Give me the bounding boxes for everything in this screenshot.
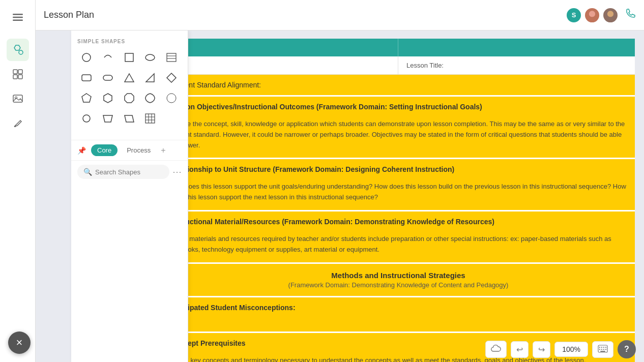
circle-outline-btn[interactable]	[162, 89, 181, 107]
main-area: Lesson Plan S	[36, 0, 644, 362]
date-label-cell: Date:	[162, 39, 398, 56]
svg-rect-49	[600, 351, 605, 352]
svg-marker-34	[125, 115, 134, 122]
hamburger-button[interactable]	[7, 6, 29, 28]
small-circle-btn[interactable]	[77, 109, 96, 128]
svg-rect-7	[13, 75, 17, 79]
section-methods-subtitle: (Framework Domain: Demonstrating Knowled…	[170, 281, 627, 289]
svg-rect-42	[601, 347, 602, 348]
svg-marker-24	[125, 74, 134, 82]
svg-rect-6	[18, 70, 22, 74]
section-methods: Methods and Instructional Strategies (Fr…	[162, 264, 635, 297]
image-tool-button[interactable]	[7, 87, 29, 110]
svg-marker-28	[104, 94, 112, 103]
avatar-p	[584, 7, 600, 23]
core-tab[interactable]: Core	[91, 144, 118, 156]
svg-point-12	[589, 11, 595, 17]
avatar-a	[602, 7, 619, 23]
empty-header-cell	[398, 39, 635, 56]
lesson-title-cell: Lesson Title:	[398, 56, 635, 74]
svg-point-13	[587, 17, 597, 23]
square-shape-btn[interactable]	[120, 48, 138, 67]
circle-shape-btn[interactable]	[77, 48, 96, 67]
trapezoid-shape-btn[interactable]	[99, 109, 117, 128]
search-input[interactable]	[95, 168, 163, 176]
hexagon-shape-btn[interactable]	[99, 89, 117, 107]
app-header: Lesson Plan S	[36, 0, 644, 31]
drawing-tool-button[interactable]	[7, 112, 29, 134]
search-icon: 🔍	[83, 168, 92, 176]
collaboration-avatars: S	[566, 7, 636, 23]
undo-button[interactable]: ↩	[511, 341, 529, 358]
keyboard-button[interactable]	[592, 341, 613, 358]
stadium-shape-btn[interactable]	[99, 69, 117, 87]
phone-button[interactable]	[625, 8, 636, 22]
svg-marker-26	[167, 73, 176, 82]
rounded-rect-btn[interactable]	[77, 69, 96, 87]
tab-add-button[interactable]: +	[161, 146, 165, 155]
svg-marker-33	[103, 115, 112, 122]
doc-header-row: Date:	[162, 39, 635, 56]
section-relationship-title: Relationship to Unit Structure (Framewor…	[162, 159, 635, 179]
svg-point-18	[145, 54, 155, 61]
shapes-section-label: SIMPLE SHAPES	[77, 39, 182, 44]
parallelogram-shape-btn[interactable]	[120, 109, 138, 128]
unit-lesson-row: Unit: Lesson Title:	[162, 56, 635, 75]
svg-marker-27	[82, 94, 91, 102]
search-area: 🔍 ⋯	[71, 160, 188, 183]
svg-point-31	[167, 94, 176, 103]
triangle-shape-btn[interactable]	[120, 69, 138, 87]
lines-shape-btn[interactable]	[162, 48, 181, 67]
svg-rect-23	[103, 75, 112, 80]
svg-marker-29	[125, 94, 134, 103]
section-materials-body: List of materials and resources required…	[162, 232, 635, 262]
shapes-grid	[77, 48, 182, 128]
dodecagon-shape-btn[interactable]	[141, 89, 159, 107]
content-area: SIMPLE SHAPES	[36, 31, 644, 362]
svg-rect-41	[599, 347, 600, 348]
avatar-s: S	[566, 7, 582, 23]
cloud-save-button[interactable]	[485, 341, 507, 358]
svg-rect-17	[125, 53, 133, 62]
octagon-shape-btn[interactable]	[120, 89, 138, 107]
section-objectives-title: Lesson Objectives/Instructional Outcomes…	[162, 97, 635, 117]
section-materials-title: Instructional Material/Resources (Framew…	[162, 212, 635, 232]
pentagon-shape-btn[interactable]	[77, 89, 96, 107]
arc-shape-btn[interactable]	[99, 48, 117, 67]
svg-rect-45	[599, 349, 600, 350]
table-shape-btn[interactable]	[141, 109, 159, 128]
pin-button[interactable]: 📌	[77, 146, 86, 155]
svg-marker-25	[146, 74, 154, 82]
right-triangle-btn[interactable]	[141, 69, 159, 87]
diamond-shape-btn[interactable]	[162, 69, 181, 87]
shapes-tool-button[interactable]	[7, 39, 29, 61]
content-standard-row: Content Standard Alignment:	[162, 75, 635, 97]
search-more-button[interactable]: ⋯	[172, 166, 182, 177]
section-materials: Instructional Material/Resources (Framew…	[162, 212, 635, 264]
section-relationship: Relationship to Unit Structure (Framewor…	[162, 159, 635, 212]
svg-marker-30	[145, 94, 155, 103]
svg-marker-3	[14, 45, 20, 50]
help-button[interactable]: ?	[618, 340, 636, 358]
redo-button[interactable]: ↪	[533, 341, 550, 358]
svg-rect-9	[13, 95, 22, 102]
shapes-panel: SIMPLE SHAPES	[71, 31, 188, 362]
svg-rect-8	[18, 75, 22, 79]
grid-tool-button[interactable]	[7, 63, 29, 85]
panel-tabs: 📌 Core Process +	[71, 140, 188, 160]
svg-point-15	[605, 17, 615, 23]
svg-rect-48	[605, 349, 606, 350]
svg-rect-2	[13, 20, 23, 21]
svg-point-16	[82, 53, 91, 62]
svg-point-32	[83, 115, 90, 122]
process-tab[interactable]: Process	[121, 144, 157, 156]
ellipse-shape-btn[interactable]	[141, 48, 159, 67]
svg-rect-44	[605, 347, 606, 348]
svg-rect-47	[603, 349, 604, 350]
section-methods-title: Methods and Instructional Strategies	[170, 271, 627, 280]
unit-cell: Unit:	[162, 56, 398, 74]
svg-rect-22	[82, 75, 91, 81]
svg-rect-19	[167, 53, 176, 62]
svg-rect-0	[13, 14, 23, 15]
section-objectives-body: Outline the concept, skill, knowledge or…	[162, 117, 635, 158]
